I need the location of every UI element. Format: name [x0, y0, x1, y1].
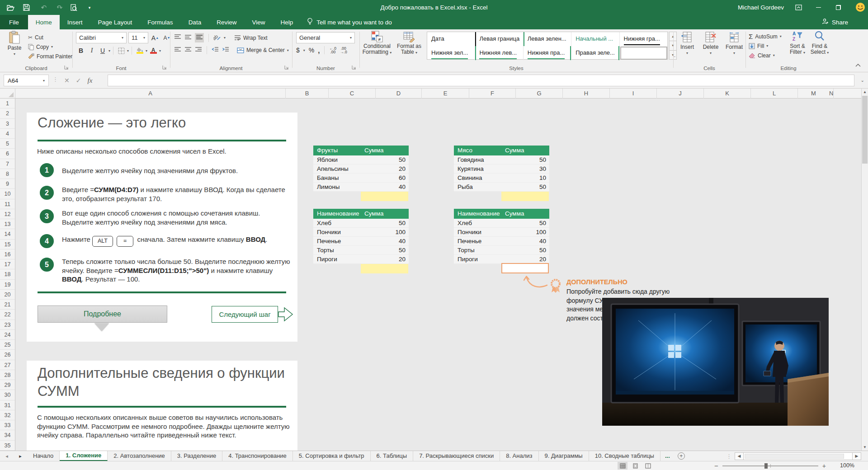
- row-header[interactable]: 33: [0, 420, 15, 430]
- more-details-button[interactable]: Подробнее: [38, 306, 167, 323]
- column-header[interactable]: J: [657, 89, 704, 99]
- row-header[interactable]: 23: [0, 320, 15, 330]
- number-dialog-launcher-icon[interactable]: [352, 65, 357, 70]
- format-painter-button[interactable]: Format Painter: [28, 52, 72, 61]
- row-header[interactable]: 1: [0, 99, 15, 108]
- row-header[interactable]: 4: [0, 129, 15, 139]
- sumif-answer-cell[interactable]: [361, 264, 408, 273]
- copy-button[interactable]: Copy ▾: [28, 42, 72, 52]
- row-header[interactable]: 11: [0, 199, 15, 209]
- tell-me-box[interactable]: Tell me what you want to do: [301, 15, 398, 29]
- style-blank[interactable]: [620, 46, 668, 60]
- decrease-indent-icon[interactable]: [212, 47, 219, 54]
- account-user-name[interactable]: Michael Gordeev: [738, 0, 784, 15]
- row-header[interactable]: 20: [0, 290, 15, 300]
- orientation-icon[interactable]: ab: [213, 34, 221, 42]
- page-break-view-icon[interactable]: [643, 462, 653, 470]
- style-bottom-right[interactable]: Нижняя пра...: [524, 46, 571, 60]
- insert-function-icon[interactable]: fx: [87, 77, 92, 85]
- align-center-icon[interactable]: [184, 47, 192, 54]
- row-header[interactable]: 8: [0, 169, 15, 179]
- row-header[interactable]: 2: [0, 108, 15, 118]
- font-color-icon[interactable]: A: [148, 46, 158, 56]
- alignment-dialog-launcher-icon[interactable]: [284, 65, 290, 70]
- row-header[interactable]: 29: [0, 380, 15, 390]
- vertical-scroll-thumb[interactable]: [862, 96, 868, 164]
- video-overlay[interactable]: [602, 298, 829, 426]
- ribbon-display-options-icon[interactable]: [788, 0, 808, 15]
- decrease-decimal-icon[interactable]: .00→.0: [340, 47, 347, 54]
- column-header[interactable]: A: [15, 89, 286, 99]
- table-row[interactable]: Рыба50: [454, 183, 549, 192]
- column-header[interactable]: K: [704, 89, 751, 99]
- row-header[interactable]: 31: [0, 400, 15, 410]
- column-header[interactable]: H: [563, 89, 610, 99]
- extra-formula-cell[interactable]: [501, 263, 549, 273]
- row-header[interactable]: 16: [0, 249, 15, 259]
- clipboard-dialog-launcher-icon[interactable]: [64, 65, 70, 70]
- column-header[interactable]: E: [422, 89, 469, 99]
- italic-button[interactable]: I: [87, 46, 97, 56]
- wrap-text-button[interactable]: Wrap Text: [234, 35, 268, 41]
- table-row[interactable]: Яблоки50: [313, 155, 409, 164]
- bold-button[interactable]: B: [76, 46, 86, 56]
- row-header[interactable]: 17: [0, 259, 15, 269]
- row-header[interactable]: 25: [0, 340, 15, 350]
- collapse-ribbon-icon[interactable]: [855, 62, 861, 68]
- cut-button[interactable]: ✂ Cut: [28, 33, 72, 42]
- increase-font-size-icon[interactable]: A▲: [150, 33, 160, 43]
- style-left-border[interactable]: Левая граница: [475, 32, 523, 46]
- row-header[interactable]: 5: [0, 139, 15, 149]
- underline-button[interactable]: U: [98, 46, 108, 56]
- worksheet-canvas[interactable]: Сложение — это легко Ниже описаны нескол…: [15, 99, 861, 451]
- row-header[interactable]: 35: [0, 441, 15, 451]
- style-left-green[interactable]: Левая зелен...: [524, 32, 571, 46]
- horizontal-scrollbar[interactable]: ⋮ ◀ ▶: [723, 451, 868, 461]
- merge-center-button[interactable]: Merge & Center ▾: [237, 47, 289, 53]
- zoom-percentage[interactable]: 100%: [840, 462, 854, 469]
- new-sheet-icon[interactable]: +: [675, 451, 688, 461]
- fruits-answer-cell[interactable]: [361, 192, 408, 201]
- sheet-tab-sortirovka[interactable]: 5. Сортировка и фильтр: [293, 451, 371, 461]
- sort-filter-button[interactable]: AZ Sort &Filter ▾: [787, 31, 808, 56]
- share-button[interactable]: Share: [822, 15, 848, 29]
- tab-insert[interactable]: Insert: [60, 15, 90, 29]
- column-header[interactable]: B: [286, 89, 329, 99]
- sheet-tab-avtozapolnenie[interactable]: 2. Автозаполнение: [108, 451, 171, 461]
- align-right-icon[interactable]: [195, 47, 202, 54]
- table-row[interactable]: Апельсины20: [313, 164, 409, 174]
- borders-icon[interactable]: [116, 46, 126, 56]
- tab-data[interactable]: Data: [181, 15, 209, 29]
- zoom-slider-thumb[interactable]: [764, 463, 768, 469]
- style-bottom-left[interactable]: Нижняя лев...: [475, 46, 523, 60]
- table-row[interactable]: Пончики100: [454, 228, 549, 237]
- format-as-table-button[interactable]: Format asTable ▾: [394, 31, 424, 56]
- conditional-formatting-button[interactable]: ≠ ConditionalFormatting ▾: [361, 31, 393, 56]
- column-header[interactable]: N: [829, 89, 834, 99]
- fill-color-icon[interactable]: [135, 46, 145, 56]
- align-middle-icon[interactable]: [184, 34, 192, 42]
- table-row[interactable]: Говядина50: [454, 155, 549, 164]
- paste-button[interactable]: Paste ▾: [3, 31, 26, 56]
- vertical-scrollbar[interactable]: ▲ ▼: [861, 89, 868, 451]
- cancel-formula-icon[interactable]: ✕: [64, 77, 70, 84]
- row-header[interactable]: 9: [0, 179, 15, 189]
- column-header[interactable]: M: [798, 89, 829, 99]
- row-header[interactable]: 26: [0, 350, 15, 360]
- sheet-tab-analiz[interactable]: 8. Анализ: [500, 451, 538, 461]
- horizontal-scroll-thumb[interactable]: [745, 454, 844, 459]
- row-header[interactable]: 30: [0, 390, 15, 400]
- zoom-in-icon[interactable]: +: [822, 462, 826, 470]
- row-header[interactable]: 32: [0, 410, 15, 420]
- column-header[interactable]: G: [516, 89, 563, 99]
- table-row[interactable]: Хлеб50: [313, 219, 409, 228]
- table-row[interactable]: Пироги20: [313, 255, 409, 264]
- style-bottom-border[interactable]: Нижняя гра...: [620, 32, 668, 46]
- feedback-smiley-icon[interactable]: [855, 2, 865, 14]
- tab-file[interactable]: File: [0, 15, 28, 29]
- style-bottom-green[interactable]: Нижняя зел...: [427, 46, 475, 60]
- tab-page-layout[interactable]: Page Layout: [90, 15, 140, 29]
- row-header[interactable]: 15: [0, 240, 15, 249]
- normal-view-icon[interactable]: [618, 462, 627, 470]
- increase-indent-icon[interactable]: [222, 47, 229, 54]
